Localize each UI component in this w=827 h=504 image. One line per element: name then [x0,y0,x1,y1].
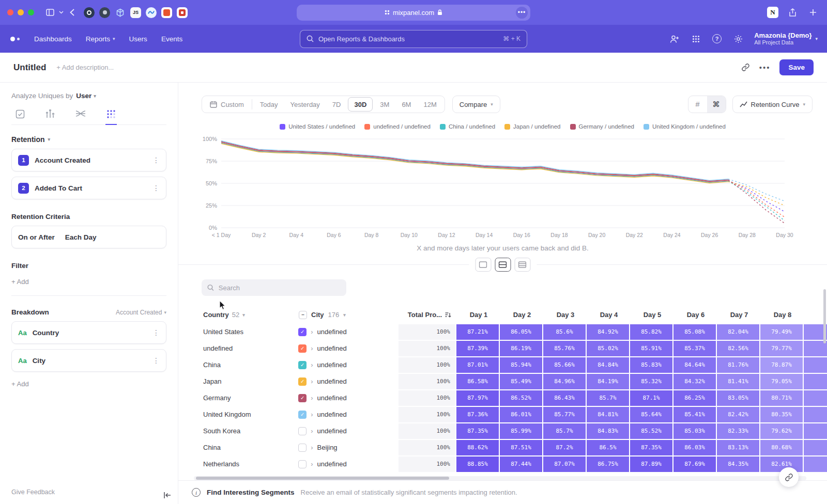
sidebar-toggle-icon[interactable] [43,6,57,19]
apps-grid-icon[interactable] [690,33,702,45]
series-checkbox[interactable] [298,444,307,452]
table-search-input[interactable] [219,284,341,292]
expand-chevron-icon[interactable]: › [311,328,313,336]
extension-icon-7[interactable] [177,7,188,18]
tab-retention[interactable] [105,107,117,125]
report-title[interactable]: Untitled [13,62,46,73]
view-split-button[interactable] [495,258,511,272]
day-column-header[interactable]: Day 5 [631,311,673,319]
give-feedback-link[interactable]: Give Feedback [11,489,55,496]
table-row[interactable]: China✓›undefined100%87.01%85.94%85.66%84… [178,357,827,373]
minimize-window-button[interactable] [18,9,24,15]
extension-icon-5[interactable] [146,7,157,18]
share-link-floating-button[interactable] [779,467,799,487]
range-12m-button[interactable]: 12M [417,97,442,112]
table-row[interactable]: South Korea›undefined100%87.35%85.99%85.… [178,423,827,439]
tab-events[interactable] [14,107,26,125]
day-column-header[interactable]: Day 3 [544,311,587,319]
city-column-header[interactable]: – City 176 ▾ [299,311,400,319]
breakdown-scope-dropdown[interactable]: Account Created▾ [116,309,166,316]
step-options-icon[interactable]: ⋮ [152,156,160,164]
breakdown-options-icon[interactable]: ⋮ [152,328,160,337]
more-options-icon[interactable]: ••• [759,63,771,72]
extension-icon-2[interactable] [99,7,110,18]
tab-flows[interactable] [74,107,87,125]
annotations-toggle-button[interactable]: # [688,96,707,113]
criteria-on-or-after[interactable]: On or After [18,233,55,241]
site-options-icon[interactable]: ••• [516,7,528,19]
series-checkbox[interactable]: ✓ [298,394,307,402]
table-row[interactable]: Germany✓›undefined100%87.97%86.52%86.43%… [178,390,827,406]
view-chart-only-button[interactable] [475,258,491,272]
expand-chevron-icon[interactable]: › [311,361,313,369]
custom-date-button[interactable]: Custom [204,97,250,112]
footer-title[interactable]: Find Interesting Segments [207,489,295,496]
add-description[interactable]: + Add description... [56,64,114,71]
table-row[interactable]: United Kingdom✓›undefined100%87.36%86.01… [178,407,827,422]
share-icon[interactable] [786,6,799,19]
legend-item-undefined[interactable]: undefined / undefined [364,123,431,130]
expand-chevron-icon[interactable]: › [311,377,313,385]
legend-item-united-kingdom[interactable]: United Kingdom / undefined [644,123,726,130]
day-column-header[interactable]: Day 1 [457,311,500,319]
table-row[interactable]: United States✓›undefined100%87.21%86.05%… [178,324,827,340]
series-checkbox[interactable]: ✓ [298,377,307,386]
notion-icon[interactable]: N [767,7,778,18]
address-bar[interactable]: mixpanel.com ••• [297,5,530,21]
retention-step-2[interactable]: 2 Added To Cart ⋮ [11,177,166,199]
table-row[interactable]: undefined✓›undefined100%87.39%86.19%85.7… [178,341,827,356]
global-search-button[interactable]: Open Reports & Dashboards ⌘ + K [300,30,527,48]
breakdown-options-icon[interactable]: ⋮ [152,356,160,365]
new-tab-icon[interactable] [806,6,820,19]
analyze-entity-dropdown[interactable]: User▾ [76,92,96,100]
zoom-window-button[interactable] [28,9,34,15]
range-6m-button[interactable]: 6M [395,97,417,112]
day-column-header[interactable]: Day 8 [761,311,804,319]
expand-chevron-icon[interactable]: › [311,444,313,451]
range-yesterday-button[interactable]: Yesterday [284,97,326,112]
nav-item-reports[interactable]: Reports▾ [86,35,115,43]
select-all-checkbox[interactable]: – [299,311,307,319]
retention-section-header[interactable]: Retention▾ [11,135,166,144]
add-filter-button[interactable]: + Add [11,278,29,286]
breakdown-city[interactable]: Aa City ⋮ [11,349,166,372]
series-checkbox[interactable]: ✓ [298,361,307,369]
back-icon[interactable] [65,6,79,19]
day-column-header[interactable]: Day 6 [675,311,717,319]
range-7d-button[interactable]: 7D [326,97,347,112]
keyboard-shortcuts-button[interactable]: ⌘ [707,96,726,113]
table-row[interactable]: China›Beijing100%88.62%87.51%87.2%86.5%8… [178,440,827,455]
expand-chevron-icon[interactable]: › [311,460,313,468]
compare-dropdown[interactable]: Compare▾ [452,96,500,113]
project-selector[interactable]: Amazonia {Demo} All Project Data ▾ [754,32,818,46]
expand-chevron-icon[interactable]: › [311,427,313,435]
country-column-header[interactable]: Country 52 ▾ [203,311,299,319]
vertical-scrollbar[interactable] [823,289,826,343]
mixpanel-logo-icon[interactable] [10,37,20,41]
legend-item-germany[interactable]: Germany / undefined [570,123,634,130]
expand-chevron-icon[interactable]: › [311,411,313,418]
step-options-icon[interactable]: ⋮ [152,184,160,192]
extension-icon-3[interactable] [115,7,126,18]
breakdown-country[interactable]: Aa Country ⋮ [11,321,166,344]
series-checkbox[interactable] [298,460,307,468]
add-breakdown-button[interactable]: + Add [11,380,29,388]
series-checkbox[interactable]: ✓ [298,344,307,353]
retention-step-1[interactable]: 1 Account Created ⋮ [11,149,166,171]
user-management-icon[interactable] [668,33,681,45]
expand-chevron-icon[interactable]: › [311,344,313,352]
legend-item-japan[interactable]: Japan / undefined [504,123,560,130]
legend-item-china[interactable]: China / undefined [440,123,495,130]
tab-measurements[interactable] [44,107,56,125]
series-checkbox[interactable]: ✓ [298,411,307,419]
range-today-button[interactable]: Today [254,97,284,112]
extension-icon-js[interactable]: JS [130,7,141,18]
day-column-header[interactable]: Day 4 [588,311,630,319]
collapse-sidebar-icon[interactable] [163,492,172,499]
range-3m-button[interactable]: 3M [374,97,395,112]
day-column-header[interactable]: Day 7 [718,311,760,319]
save-button[interactable]: Save [779,59,814,75]
extension-icon-1[interactable] [84,7,95,18]
extension-icon-6[interactable] [161,7,172,18]
day-column-header[interactable]: Day 2 [501,311,543,319]
